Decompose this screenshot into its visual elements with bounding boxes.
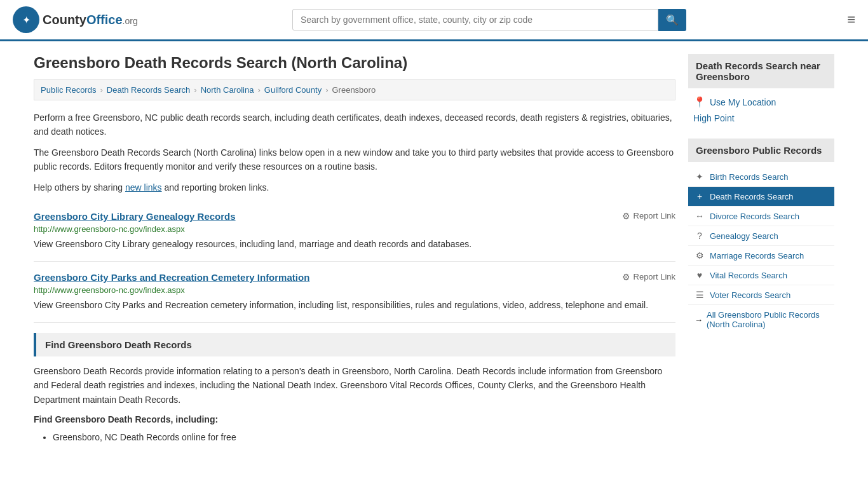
link-url-1: http://www.greensboro-nc.gov/index.aspx bbox=[34, 224, 675, 234]
find-records-heading: Find Greensboro Death Records bbox=[34, 333, 675, 356]
marriage-records-link[interactable]: Marriage Records Search bbox=[710, 251, 804, 261]
death-records-icon: + bbox=[695, 191, 705, 201]
intro-para3: Help others by sharing new links and rep… bbox=[34, 180, 675, 194]
link-1-anchor[interactable]: Greensboro City Library Genealogy Record… bbox=[34, 211, 236, 222]
report-icon-2: ⚙ bbox=[622, 272, 630, 282]
intro-para2: The Greensboro Death Records Search (Nor… bbox=[34, 146, 675, 174]
sidebar-item-marriage-records[interactable]: ⚙ Marriage Records Search bbox=[688, 246, 834, 266]
sidebar-item-death-records[interactable]: + Death Records Search bbox=[688, 187, 834, 207]
header: ✦ CountyOffice.org 🔍 ≡ bbox=[0, 0, 868, 41]
new-links-link[interactable]: new links bbox=[125, 182, 162, 193]
vital-records-link[interactable]: Vital Records Search bbox=[710, 271, 787, 280]
page-title: Greensboro Death Records Search (North C… bbox=[34, 54, 675, 72]
breadcrumb-greensboro: Greensboro bbox=[332, 85, 376, 95]
bullet-list: Greensboro, NC Death Records online for … bbox=[34, 430, 675, 445]
link-2-anchor[interactable]: Greensboro City Parks and Recreation Cem… bbox=[34, 272, 309, 283]
breadcrumb-sep-2: › bbox=[194, 85, 196, 95]
all-link-arrow: → bbox=[695, 315, 703, 325]
link-desc-1: View Greensboro City Library genealogy r… bbox=[34, 238, 675, 251]
menu-icon[interactable]: ≡ bbox=[847, 11, 855, 28]
genealogy-icon: ? bbox=[695, 231, 705, 241]
search-icon: 🔍 bbox=[666, 15, 679, 25]
sidebar-item-divorce-records[interactable]: ↔ Divorce Records Search bbox=[688, 207, 834, 226]
divorce-records-link[interactable]: Divorce Records Search bbox=[710, 212, 799, 221]
intro-para1: Perform a free Greensboro, NC public dea… bbox=[34, 111, 675, 139]
genealogy-link[interactable]: Genealogy Search bbox=[710, 231, 778, 241]
section-subheading: Find Greensboro Death Records, including… bbox=[34, 414, 675, 424]
breadcrumb-death-records[interactable]: Death Records Search bbox=[107, 85, 191, 95]
sidebar-link-list: ✦ Birth Records Search + Death Records S… bbox=[688, 167, 834, 305]
sidebar-near-section: Death Records Search near Greensboro 📍 U… bbox=[688, 54, 834, 126]
report-icon-1: ⚙ bbox=[622, 211, 630, 221]
logo-area: ✦ CountyOffice.org bbox=[13, 6, 138, 33]
link-url-2: http://www.greensboro-nc.gov/index.aspx bbox=[34, 285, 675, 295]
birth-records-icon: ✦ bbox=[695, 172, 705, 182]
search-button[interactable]: 🔍 bbox=[658, 9, 686, 31]
search-bar-container: 🔍 bbox=[292, 9, 686, 31]
sidebar-public-records-section: Greensboro Public Records ✦ Birth Record… bbox=[688, 139, 834, 334]
breadcrumb: Public Records › Death Records Search › … bbox=[34, 79, 675, 100]
link-entry-2: Greensboro City Parks and Recreation Cem… bbox=[34, 262, 675, 323]
pin-icon: 📍 bbox=[693, 96, 706, 108]
marriage-records-icon: ⚙ bbox=[695, 250, 705, 261]
svg-text:✦: ✦ bbox=[22, 15, 31, 25]
breadcrumb-sep-4: › bbox=[325, 85, 328, 95]
sidebar-item-birth-records[interactable]: ✦ Birth Records Search bbox=[688, 167, 834, 187]
search-input[interactable] bbox=[292, 9, 658, 30]
breadcrumb-public-records[interactable]: Public Records bbox=[41, 85, 96, 95]
breadcrumb-sep-3: › bbox=[257, 85, 260, 95]
sidebar-item-vital-records[interactable]: ♥ Vital Records Search bbox=[688, 266, 834, 285]
sidebar: Death Records Search near Greensboro 📍 U… bbox=[688, 54, 834, 445]
breadcrumb-north-carolina[interactable]: North Carolina bbox=[201, 85, 254, 95]
breadcrumb-guilford-county[interactable]: Guilford County bbox=[264, 85, 322, 95]
high-point-location[interactable]: High Point bbox=[688, 111, 834, 126]
breadcrumb-sep-1: › bbox=[100, 85, 102, 95]
sidebar-near-heading: Death Records Search near Greensboro bbox=[688, 54, 834, 88]
bullet-item-1: Greensboro, NC Death Records online for … bbox=[53, 430, 675, 445]
report-link-1[interactable]: ⚙ Report Link bbox=[622, 211, 675, 221]
link-title-2: Greensboro City Parks and Recreation Cem… bbox=[34, 272, 309, 283]
voter-records-link[interactable]: Voter Records Search bbox=[710, 290, 790, 300]
report-link-2[interactable]: ⚙ Report Link bbox=[622, 272, 675, 282]
voter-records-icon: ☰ bbox=[695, 290, 705, 300]
use-location-link[interactable]: Use My Location bbox=[710, 97, 776, 107]
main-content: Greensboro Death Records Search (North C… bbox=[34, 54, 675, 445]
section-para: Greensboro Death Records provide informa… bbox=[34, 364, 675, 407]
sidebar-all-link[interactable]: → All Greensboro Public Records (North C… bbox=[688, 305, 834, 334]
sidebar-item-voter-records[interactable]: ☰ Voter Records Search bbox=[688, 285, 834, 305]
logo-icon: ✦ bbox=[13, 6, 39, 33]
logo-text: CountyOffice.org bbox=[43, 13, 138, 27]
birth-records-link[interactable]: Birth Records Search bbox=[710, 172, 789, 182]
main-container: Greensboro Death Records Search (North C… bbox=[21, 41, 847, 458]
link-entry-1: Greensboro City Library Genealogy Record… bbox=[34, 201, 675, 262]
high-point-link[interactable]: High Point bbox=[693, 113, 735, 123]
use-my-location[interactable]: 📍 Use My Location bbox=[688, 93, 834, 111]
vital-records-icon: ♥ bbox=[695, 270, 705, 280]
link-title-1: Greensboro City Library Genealogy Record… bbox=[34, 211, 236, 222]
divorce-records-icon: ↔ bbox=[695, 211, 705, 221]
sidebar-public-records-heading: Greensboro Public Records bbox=[688, 139, 834, 162]
death-records-link[interactable]: Death Records Search bbox=[710, 192, 794, 201]
sidebar-item-genealogy[interactable]: ? Genealogy Search bbox=[688, 226, 834, 246]
link-desc-2: View Greensboro City Parks and Recreatio… bbox=[34, 299, 675, 312]
all-public-records-link[interactable]: All Greensboro Public Records (North Car… bbox=[707, 310, 828, 329]
